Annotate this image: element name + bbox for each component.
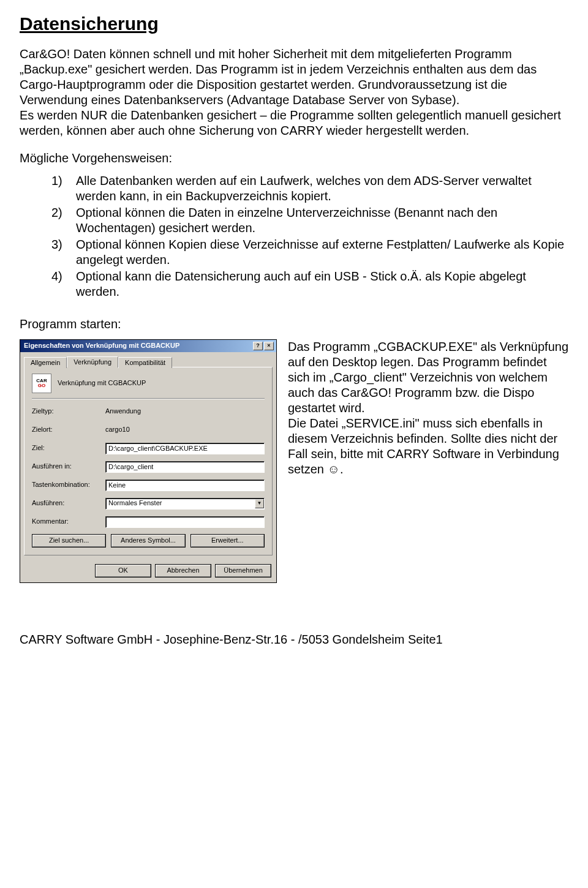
link-name: Verknüpfung mit CGBACKUP <box>58 379 146 388</box>
list-item: 1)Alle Datenbanken werden auf ein Laufwe… <box>51 173 571 204</box>
list-item: 4)Optional kann die Datensicherung auch … <box>51 269 571 299</box>
dialog-title: Eigenschaften von Verknüpfung mit CGBACK… <box>24 342 179 350</box>
app-icon: CARGO <box>32 374 51 393</box>
tab-allgemein[interactable]: Allgemein <box>24 357 67 369</box>
approaches-list: 1)Alle Datenbanken werden auf ein Laufwe… <box>20 173 571 299</box>
titlebar: Eigenschaften von Verknüpfung mit CGBACK… <box>20 340 276 352</box>
help-icon[interactable]: ? <box>253 342 263 350</box>
kommentar-label: Kommentar: <box>32 517 105 526</box>
properties-dialog: Eigenschaften von Verknüpfung mit CGBACK… <box>20 339 277 584</box>
list-item: 2)Optional können die Daten in einzelne … <box>51 205 571 236</box>
anderes-symbol-button[interactable]: Anderes Symbol... <box>111 534 185 547</box>
ziel-label: Ziel: <box>32 444 105 453</box>
ausfuehren-in-label: Ausführen in: <box>32 462 105 471</box>
ziel-input[interactable] <box>105 443 265 454</box>
tab-body: CARGO Verknüpfung mit CGBACKUP Zieltyp: … <box>24 367 273 555</box>
chevron-down-icon[interactable]: ▼ <box>255 499 264 508</box>
kommentar-input[interactable] <box>105 516 265 528</box>
zieltyp-value: Anwendung <box>105 407 265 416</box>
tab-verknuepfung[interactable]: Verknüpfung <box>67 356 118 368</box>
ausfuehren-in-input[interactable] <box>105 461 265 473</box>
zielort-value: cargo10 <box>105 426 265 434</box>
ausfuehren-label: Ausführen: <box>32 499 105 508</box>
intro-paragraph: Car&GO! Daten können schnell und mit hoh… <box>20 47 571 138</box>
tasten-label: Tastenkombination: <box>32 481 105 489</box>
zieltyp-label: Zieltyp: <box>32 407 105 416</box>
list-item: 3)Optional können Kopien diese Verzeichn… <box>51 237 571 268</box>
tab-kompatibilitaet[interactable]: Kompatibilität <box>118 357 172 369</box>
uebernehmen-button[interactable]: Übernehmen <box>215 564 271 578</box>
abbrechen-button[interactable]: Abbrechen <box>155 564 211 578</box>
ausfuehren-select[interactable]: Normales Fenster ▼ <box>105 498 265 510</box>
tab-strip: Allgemein Verknüpfung Kompatibilität <box>20 352 276 367</box>
tasten-input[interactable] <box>105 480 265 491</box>
close-icon[interactable]: × <box>264 342 274 350</box>
zielort-label: Zielort: <box>32 426 105 434</box>
page-title: Datensicherung <box>20 12 571 36</box>
erweitert-button[interactable]: Erweitert... <box>190 534 265 547</box>
ok-button[interactable]: OK <box>95 564 151 578</box>
ziel-suchen-button[interactable]: Ziel suchen... <box>32 534 106 547</box>
approaches-heading: Mögliche Vorgehensweisen: <box>20 151 571 166</box>
side-text: Das Programm „CGBACKUP.EXE" als Verknüpf… <box>288 339 571 477</box>
start-heading: Programm starten: <box>20 317 571 332</box>
footer: CARRY Software GmbH - Josephine-Benz-Str… <box>20 632 571 647</box>
intro-text: Car&GO! Daten können schnell und mit hoh… <box>20 47 571 138</box>
